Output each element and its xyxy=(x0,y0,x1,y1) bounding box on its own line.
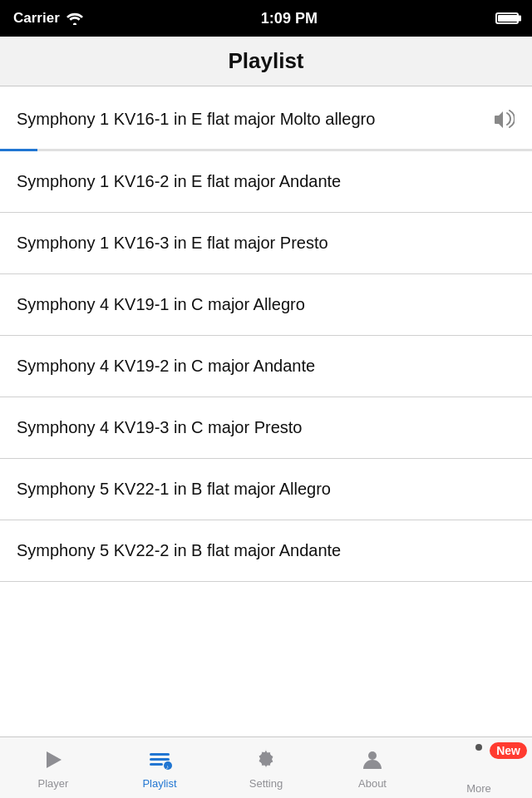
tab-player-label: Player xyxy=(38,777,69,790)
tab-more[interactable]: New More xyxy=(426,737,532,798)
nav-header: Playlist xyxy=(0,37,532,86)
page-title: Playlist xyxy=(228,48,303,74)
battery-icon xyxy=(495,12,519,24)
svg-rect-2 xyxy=(150,753,170,756)
playlist-item[interactable]: Symphony 1 KV16-1 in E flat major Molto … xyxy=(0,86,532,151)
svg-marker-1 xyxy=(47,751,62,768)
playlist-item-title: Symphony 1 KV16-3 in E flat major Presto xyxy=(17,234,515,253)
playlist-content: Symphony 1 KV16-1 in E flat major Molto … xyxy=(0,86,532,736)
tab-setting[interactable]: Setting xyxy=(213,737,319,798)
playlist-item-title: Symphony 4 KV19-2 in C major Andante xyxy=(17,357,515,376)
tab-playlist-label: Playlist xyxy=(142,777,176,790)
now-playing-icon xyxy=(492,107,515,131)
playlist-item[interactable]: Symphony 4 KV19-3 in C major Presto xyxy=(0,397,532,459)
more-dot xyxy=(475,744,482,751)
carrier-label: Carrier xyxy=(13,10,60,27)
about-icon xyxy=(360,746,385,774)
status-time: 1:09 PM xyxy=(261,10,318,27)
player-icon xyxy=(42,746,65,774)
tab-bar: Player ♪ Playlist Setting xyxy=(0,736,532,798)
tab-setting-label: Setting xyxy=(249,777,283,790)
battery-area xyxy=(495,12,519,24)
tab-player[interactable]: Player xyxy=(0,737,106,798)
playlist-item-title: Symphony 5 KV22-2 in B flat major Andant… xyxy=(17,541,515,560)
svg-text:♪: ♪ xyxy=(166,764,170,770)
playlist-icon: ♪ xyxy=(146,746,173,774)
tab-more-label: More xyxy=(466,782,491,795)
status-bar: Carrier 1:09 PM xyxy=(0,0,532,37)
playlist-item-title: Symphony 1 KV16-2 in E flat major Andant… xyxy=(17,172,515,191)
playlist-item[interactable]: Symphony 4 KV19-1 in C major Allegro xyxy=(0,274,532,336)
playlist-item[interactable]: Symphony 1 KV16-3 in E flat major Presto xyxy=(0,213,532,274)
setting-icon xyxy=(254,746,278,774)
playlist-item[interactable]: Symphony 5 KV22-2 in B flat major Andant… xyxy=(0,520,532,582)
svg-point-7 xyxy=(368,751,377,760)
tab-about-label: About xyxy=(358,777,387,790)
svg-rect-4 xyxy=(150,763,163,766)
wifi-icon xyxy=(66,12,83,25)
playlist-item[interactable]: Symphony 5 KV22-1 in B flat major Allegr… xyxy=(0,459,532,520)
svg-point-0 xyxy=(73,22,76,25)
tab-about[interactable]: About xyxy=(319,737,426,798)
playlist-item-title: Symphony 4 KV19-1 in C major Allegro xyxy=(17,295,515,314)
tab-playlist[interactable]: ♪ Playlist xyxy=(106,737,213,798)
new-badge: New xyxy=(490,742,527,759)
playlist-item-title: Symphony 5 KV22-1 in B flat major Allegr… xyxy=(17,480,515,499)
playlist-item[interactable]: Symphony 1 KV16-2 in E flat major Andant… xyxy=(0,151,532,213)
svg-rect-3 xyxy=(150,758,170,761)
playlist-item[interactable]: Symphony 4 KV19-2 in C major Andante xyxy=(0,336,532,397)
playlist-item-title: Symphony 4 KV19-3 in C major Presto xyxy=(17,418,515,437)
playlist-item-title: Symphony 1 KV16-1 in E flat major Molto … xyxy=(17,110,492,129)
